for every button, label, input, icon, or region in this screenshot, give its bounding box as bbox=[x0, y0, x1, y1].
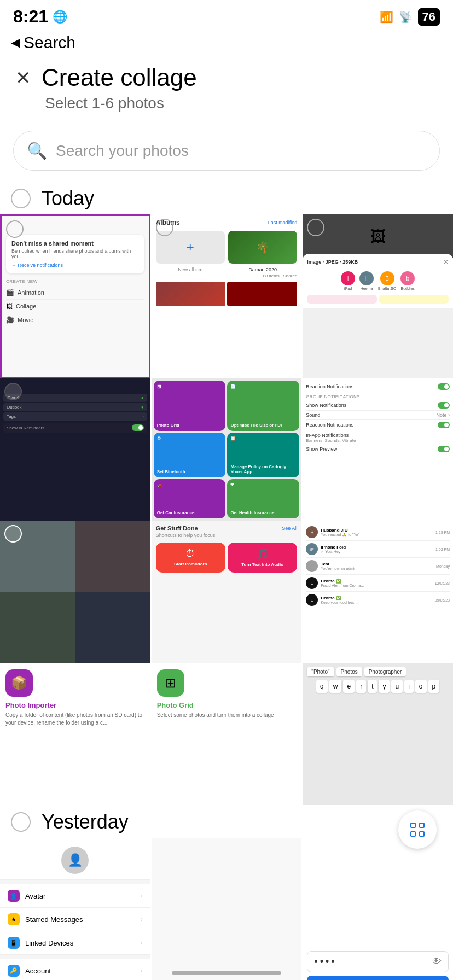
globe-icon: 🌐 bbox=[53, 10, 67, 24]
screenshots-row-4: 📦 Photo Importer Copy a folder of conten… bbox=[0, 663, 453, 805]
screenshot-cell-6[interactable]: Reaction Notifications GROUP NOTIFICATIO… bbox=[303, 378, 453, 521]
screenshot-cell-wa-settings[interactable]: 👤 👤 Avatar › ★ Starred Messages › 📱 Link… bbox=[0, 838, 150, 980]
screenshot-cell-5[interactable]: ⊞ Photo Grid 📄 Optimise File Size of PDF… bbox=[152, 378, 302, 521]
search-box[interactable]: 🔍 Search your photos bbox=[13, 131, 440, 171]
screenshot-cell-yesterday-2[interactable] bbox=[152, 838, 302, 980]
svg-rect-0 bbox=[411, 823, 415, 827]
wifi-icon: 📡 bbox=[399, 10, 413, 24]
screenshot-cell-password[interactable]: •••• 👁 Set Password bbox=[303, 838, 453, 980]
screenshots-row-2: iCloud● Outlook● Tags› Show in Reminders bbox=[0, 378, 453, 521]
screenshot-cell-10[interactable]: 📦 Photo Importer Copy a folder of conten… bbox=[0, 663, 150, 805]
today-select-circle[interactable] bbox=[11, 189, 31, 208]
svg-rect-2 bbox=[411, 832, 415, 836]
expand-fab[interactable] bbox=[398, 810, 437, 849]
battery-indicator: 76 bbox=[418, 8, 440, 26]
yesterday-label: Yesterday bbox=[42, 810, 129, 833]
status-icons: 📶 📡 76 bbox=[380, 8, 440, 26]
back-arrow-icon: ◀ bbox=[11, 36, 20, 50]
signal-icon: 📶 bbox=[380, 10, 393, 24]
home-indicator bbox=[172, 971, 281, 975]
screenshot-cell-8[interactable]: Get Stuff Done See All Shortcuts to help… bbox=[152, 521, 302, 663]
today-label: Today bbox=[42, 187, 94, 210]
screenshot-cell-3[interactable]: 🖼 Image · JPEG · 259KB ✕ i iPad H Heema bbox=[303, 214, 453, 378]
screenshot-cell-11[interactable]: ⊞ Photo Grid Select some photos and turn… bbox=[152, 663, 302, 805]
screenshot-cell-2[interactable]: Albums Last modified + 🌴 New album Daman… bbox=[152, 214, 302, 378]
close-icon[interactable]: ✕ bbox=[15, 67, 31, 89]
screenshots-row-yesterday: 👤 👤 Avatar › ★ Starred Messages › 📱 Link… bbox=[0, 838, 453, 980]
svg-rect-3 bbox=[420, 832, 424, 836]
screenshot-cell-12[interactable]: "Photo" Photos Photographer q w e r t y … bbox=[303, 663, 453, 805]
page-subtitle: Select 1-6 photos bbox=[45, 95, 438, 112]
today-section-header: Today bbox=[0, 182, 453, 214]
svg-rect-1 bbox=[420, 823, 424, 827]
status-bar: 8:21 🌐 📶 📡 76 bbox=[0, 0, 453, 31]
screenshot-cell-9[interactable]: H Husband JIO You reacted 🙏 to "Yo" 1:29… bbox=[303, 521, 453, 663]
status-time: 8:21 bbox=[13, 7, 48, 27]
screenshot-cell-4[interactable]: iCloud● Outlook● Tags› Show in Reminders bbox=[0, 378, 150, 521]
screenshots-row-1: Don't miss a shared moment Be notified w… bbox=[0, 214, 453, 378]
screenshots-row-3: Get Stuff Done See All Shortcuts to help… bbox=[0, 521, 453, 663]
screenshot-cell-1[interactable]: Don't miss a shared moment Be notified w… bbox=[0, 214, 150, 378]
yesterday-select-circle[interactable] bbox=[11, 812, 31, 832]
back-label: Search bbox=[24, 33, 76, 52]
screenshot-cell-7[interactable] bbox=[0, 521, 150, 663]
search-placeholder: Search your photos bbox=[56, 142, 189, 160]
page-title: Create collage bbox=[42, 64, 197, 91]
page-header: ✕ Create collage Select 1-6 photos bbox=[0, 59, 453, 124]
search-icon: 🔍 bbox=[27, 141, 47, 160]
back-nav[interactable]: ◀ Search bbox=[0, 31, 453, 59]
yesterday-section-header: Yesterday bbox=[0, 805, 453, 838]
